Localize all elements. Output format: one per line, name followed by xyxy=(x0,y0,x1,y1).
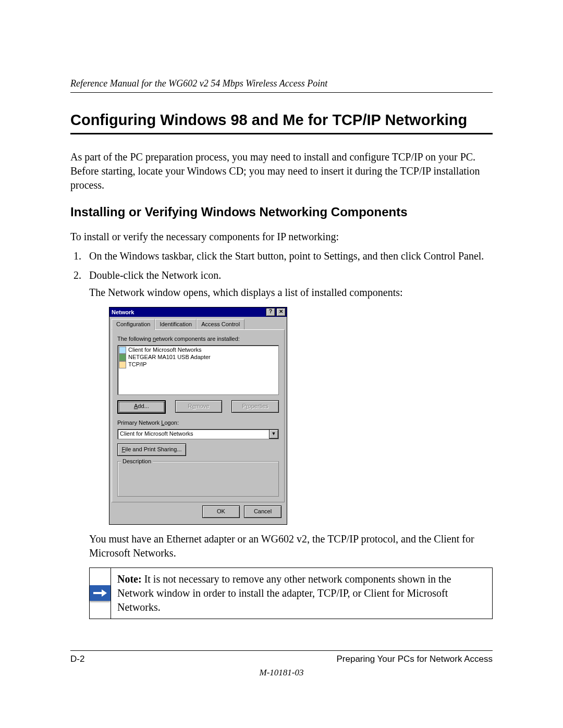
arrow-right-icon xyxy=(90,585,111,601)
step-2-text: Double-click the Network icon. xyxy=(89,269,221,281)
logon-combo[interactable]: Client for Microsoft Networks ▼ xyxy=(117,429,279,439)
step-2: Double-click the Network icon. The Netwo… xyxy=(84,268,493,619)
note-icon-cell xyxy=(90,568,111,619)
file-share-row: File and Print Sharing... xyxy=(117,443,279,456)
footer-rule xyxy=(70,650,493,651)
adapter-icon xyxy=(119,354,126,361)
components-listbox[interactable]: Client for Microsoft Networks NETGEAR MA… xyxy=(117,345,279,395)
list-item[interactable]: TCP/IP xyxy=(119,361,277,368)
subsection-lead: To install or verify the necessary compo… xyxy=(70,230,493,244)
section-rule xyxy=(70,133,493,134)
ok-button[interactable]: OK xyxy=(202,505,240,518)
page: Reference Manual for the WG602 v2 54 Mbp… xyxy=(0,0,563,725)
tab-panel: The following network components are ins… xyxy=(112,329,285,502)
protocol-icon xyxy=(119,361,126,368)
description-legend: Description xyxy=(121,458,153,465)
list-item[interactable]: Client for Microsoft Networks xyxy=(119,347,277,354)
note-box: Note: It is not necessary to remove any … xyxy=(89,567,493,619)
tab-strip: Configuration Identification Access Cont… xyxy=(112,319,285,329)
remove-button[interactable]: Remove xyxy=(175,400,223,413)
note-body: It is not necessary to remove any other … xyxy=(117,573,451,613)
dialog-title: Network xyxy=(112,307,134,317)
running-head: Reference Manual for the WG602 v2 54 Mbp… xyxy=(70,78,493,93)
client-icon xyxy=(119,347,126,354)
step-1: On the Windows taskbar, click the Start … xyxy=(84,249,493,263)
logon-label: Primary Network Logon: xyxy=(117,419,279,427)
list-item-label: TCP/IP xyxy=(128,361,146,368)
dialog-body: Configuration Identification Access Cont… xyxy=(109,317,287,524)
step-2-followup: The Network window opens, which displays… xyxy=(89,286,493,300)
properties-button[interactable]: Properties xyxy=(231,400,279,413)
add-button[interactable]: Add... xyxy=(117,400,166,414)
close-button[interactable]: ✕ xyxy=(276,308,286,316)
footer-section-name: Preparing Your PCs for Network Access xyxy=(336,654,493,664)
network-dialog: Network ? ✕ Configuration Identification… xyxy=(109,307,287,525)
subsection-title: Installing or Verifying Windows Networki… xyxy=(70,205,493,219)
list-item-label: Client for Microsoft Networks xyxy=(128,346,202,354)
description-group: Description xyxy=(117,461,279,497)
steps-list: On the Windows taskbar, click the Start … xyxy=(70,249,493,619)
section-intro: As part of the PC preparation process, y… xyxy=(70,150,493,192)
note-text: Note: It is not necessary to remove any … xyxy=(111,568,492,619)
logon-value: Client for Microsoft Networks xyxy=(118,430,269,438)
component-buttons: Add... Remove Properties xyxy=(117,400,279,414)
tab-identification[interactable]: Identification xyxy=(155,319,197,329)
chevron-down-icon[interactable]: ▼ xyxy=(269,429,278,439)
help-button[interactable]: ? xyxy=(266,308,275,316)
tab-access-control[interactable]: Access Control xyxy=(197,319,244,329)
cancel-button[interactable]: Cancel xyxy=(244,505,282,518)
page-number: D-2 xyxy=(70,654,84,664)
components-label: The following network components are ins… xyxy=(117,335,279,343)
list-item[interactable]: NETGEAR MA101 USB Adapter xyxy=(119,354,277,361)
footer-row: D-2 Preparing Your PCs for Network Acces… xyxy=(70,654,493,664)
doc-code: M-10181-03 xyxy=(70,668,493,678)
section-title: Configuring Windows 98 and Me for TCP/IP… xyxy=(70,112,493,129)
dialog-action-row: OK Cancel xyxy=(112,502,285,522)
dialog-titlebar[interactable]: Network ? ✕ xyxy=(109,307,287,317)
file-print-sharing-button[interactable]: File and Print Sharing... xyxy=(117,443,186,456)
tab-configuration[interactable]: Configuration xyxy=(112,319,155,330)
note-label: Note: xyxy=(117,573,142,585)
list-item-label: NETGEAR MA101 USB Adapter xyxy=(128,353,211,361)
after-image-text: You must have an Ethernet adapter or an … xyxy=(89,532,493,560)
